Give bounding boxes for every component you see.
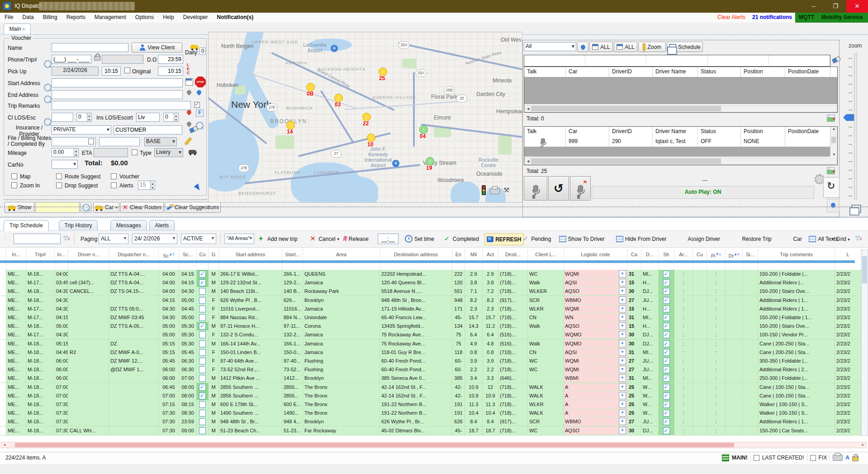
col-en[interactable]: En [452, 249, 465, 260]
original-time-input[interactable] [158, 67, 183, 76]
trip-ref-input[interactable] [102, 55, 143, 64]
printer-icon[interactable] [490, 188, 500, 194]
autoplay-bar[interactable]: Auto Play: ON [592, 186, 814, 199]
logistic-dropdown-icon[interactable]: ▼ [619, 287, 626, 295]
trip-cell[interactable] [197, 305, 209, 313]
trip-cell[interactable]: Additional Riders | 2... [758, 365, 835, 374]
filter-cell[interactable] [743, 263, 758, 270]
trip-cell[interactable]: 04:00 [159, 287, 179, 296]
col-in[interactable]: In... [6, 249, 26, 260]
dropoff-time-input[interactable] [158, 55, 183, 64]
col-in[interactable]: In... [55, 249, 68, 260]
trip-cell[interactable]: 1490 Southern ... [219, 409, 282, 417]
trip-cell[interactable]: MI... [641, 313, 659, 322]
trip-cell[interactable]: QUEENS [303, 270, 380, 278]
trip-cell[interactable]: 25 [627, 383, 641, 392]
logistic-dropdown-icon[interactable]: ▼ [619, 374, 626, 382]
filter-cell[interactable] [758, 263, 835, 270]
trip-cell[interactable]: (718)... [498, 409, 528, 417]
filter-cell[interactable] [627, 263, 641, 270]
trip-cell[interactable] [743, 296, 758, 305]
trip-cell[interactable] [197, 322, 209, 330]
trip-cell[interactable]: 140 Beach 119t... [219, 287, 282, 296]
trip-cell[interactable]: DZ TS 04.15-... [109, 287, 159, 296]
customer-checkbox[interactable] [199, 340, 206, 347]
trip-cell[interactable]: ME... [6, 357, 26, 365]
pin-filter-button[interactable] [577, 42, 588, 52]
trip-cell[interactable]: 08:00 [179, 392, 197, 400]
col-pi[interactable]: Pi▼1 [707, 249, 726, 260]
logistic-dropdown-icon[interactable]: ▼ [619, 366, 626, 373]
trip-cell[interactable]: W... [641, 392, 659, 400]
status-combo[interactable]: ACTIVE [181, 234, 216, 244]
trip-cell[interactable]: SCR [528, 417, 564, 426]
last-created-checkbox[interactable] [754, 455, 759, 461]
date-combo[interactable]: 24/ 2/2026 [132, 234, 177, 244]
trip-cell[interactable]: 7.1 [465, 287, 483, 296]
driver-col-talk[interactable]: Talk [524, 67, 566, 77]
filter-cell[interactable] [6, 263, 26, 270]
trip-cell[interactable] [726, 340, 743, 348]
mileage-spinner[interactable]: 0.00 [52, 148, 79, 157]
trip-cell[interactable]: (718)... [498, 400, 528, 409]
trip-cell[interactable]: M [209, 270, 219, 278]
driver-filter-cell[interactable] [708, 55, 769, 65]
pickup-date[interactable]: 2/24/2026 [52, 67, 99, 76]
trip-cell[interactable]: 07:15 [159, 400, 179, 409]
trip-row[interactable]: ME...M-18...07:3007:1508:15M600 E 179th … [0, 400, 861, 409]
row-indicator[interactable] [0, 400, 6, 409]
trip-cell[interactable]: 05:30 [179, 330, 197, 339]
trip-cell[interactable]: : [674, 313, 693, 322]
trip-cell[interactable] [659, 296, 674, 305]
trip-cell[interactable]: 10.9 [483, 392, 498, 400]
trip-cell[interactable] [109, 392, 159, 400]
col-start[interactable]: Start... [282, 249, 303, 260]
trip-cell[interactable]: 04:30 [55, 330, 68, 339]
filter-cell[interactable] [109, 263, 159, 270]
trip-cell[interactable]: The Bronx [303, 400, 380, 409]
trip-cell[interactable]: WQMI▼ [564, 270, 627, 278]
trip-cell[interactable]: 97-40... [282, 357, 303, 365]
row-indicator[interactable] [0, 270, 6, 278]
table1-hscrollbar[interactable]: ◄ [524, 105, 837, 112]
trip-row[interactable]: ME...M-18...04:45R2DZ MWF A-0...05:1505:… [0, 348, 861, 357]
menu-data[interactable]: Data [18, 13, 38, 22]
trip-cell[interactable]: 150-0... [282, 348, 303, 357]
trip-cell[interactable]: Additional Riders | 1... [758, 417, 835, 426]
trip-cell[interactable]: DJ... [641, 426, 659, 435]
trip-cell[interactable] [109, 426, 159, 435]
trip-cell[interactable] [726, 417, 743, 426]
customer-checkbox[interactable] [199, 418, 206, 425]
trip-cell[interactable]: 07:30 [55, 400, 68, 409]
filter-cell[interactable] [659, 263, 674, 270]
trip-cell[interactable]: 42- [452, 392, 465, 400]
trip-cell[interactable]: 2/23/2 [835, 374, 861, 383]
trip-cell[interactable]: 25 [627, 392, 641, 400]
show-driver-checkbox[interactable] [663, 331, 670, 338]
trip-cell[interactable]: : [674, 348, 693, 357]
filter-clear-icon[interactable]: ▽x [63, 235, 70, 241]
driver-filter-cell[interactable] [646, 55, 707, 65]
trip-cell[interactable]: 75 Rockaway Ave... [380, 340, 452, 348]
trip-cell[interactable]: 45- [452, 313, 465, 322]
trip-cell[interactable]: JU... [641, 357, 659, 365]
search-start-icon[interactable] [44, 84, 52, 91]
trip-cell[interactable]: 100-150 | Vendor Pr... [758, 330, 835, 339]
customer-checkbox[interactable] [199, 323, 206, 330]
row-indicator[interactable] [0, 278, 6, 287]
trip-cell[interactable] [659, 287, 674, 296]
trip-cell[interactable]: 626 [452, 417, 465, 426]
trip-cell[interactable]: 75 Rockaway Ave... [380, 330, 452, 339]
trip-cell[interactable]: WALK [528, 409, 564, 417]
trip-cell[interactable] [197, 365, 209, 374]
trip-cell[interactable]: WBMO▼ [564, 417, 627, 426]
filter-cell[interactable] [835, 263, 861, 270]
trip-cell[interactable]: M [209, 340, 219, 348]
trip-cell[interactable]: 3.8 [465, 278, 483, 287]
trip-cell[interactable]: 04:00 [159, 270, 179, 278]
grid-filter-row[interactable] [0, 263, 861, 270]
trip-cell[interactable]: 266-1... [282, 270, 303, 278]
trip-cell[interactable]: M [209, 278, 219, 287]
trip-cell[interactable]: 3.9 [483, 357, 498, 365]
trip-cell[interactable]: : [707, 313, 726, 322]
